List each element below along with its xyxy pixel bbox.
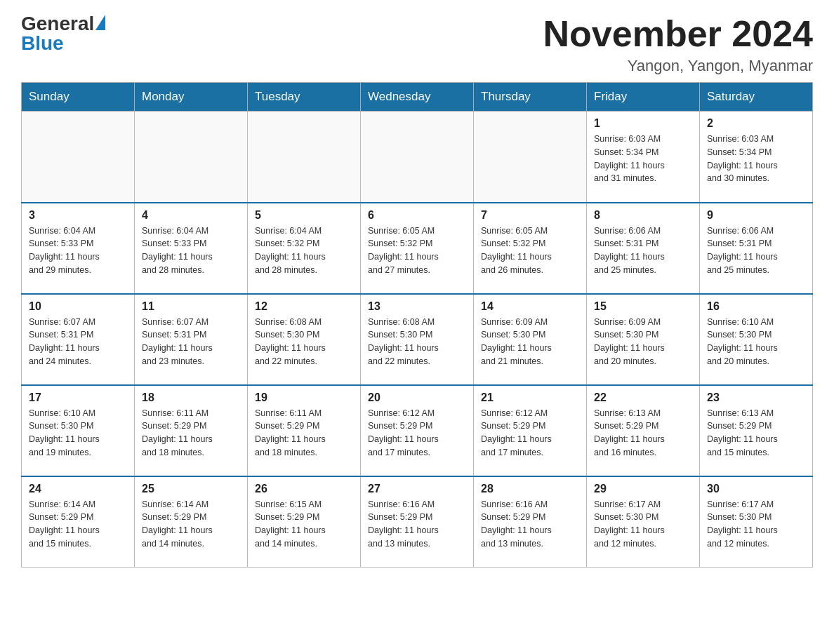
- day-number: 23: [707, 391, 805, 404]
- page-header: General Blue November 2024 Yangon, Yango…: [21, 14, 813, 75]
- calendar-cell: 9Sunrise: 6:06 AMSunset: 5:31 PMDaylight…: [700, 203, 813, 294]
- day-number: 20: [368, 391, 466, 404]
- calendar-cell: 4Sunrise: 6:04 AMSunset: 5:33 PMDaylight…: [135, 203, 248, 294]
- calendar-week-3: 10Sunrise: 6:07 AMSunset: 5:31 PMDayligh…: [22, 294, 813, 385]
- logo-blue-text: Blue: [21, 34, 64, 53]
- calendar-week-2: 3Sunrise: 6:04 AMSunset: 5:33 PMDaylight…: [22, 203, 813, 294]
- day-number: 2: [707, 117, 805, 130]
- day-number: 26: [255, 483, 353, 495]
- day-info: Sunrise: 6:04 AMSunset: 5:33 PMDaylight:…: [142, 224, 240, 277]
- month-title: November 2024: [543, 14, 813, 54]
- logo: General Blue: [21, 14, 105, 53]
- day-number: 29: [594, 483, 692, 495]
- day-info: Sunrise: 6:10 AMSunset: 5:30 PMDaylight:…: [707, 316, 805, 368]
- day-number: 8: [594, 209, 692, 222]
- day-number: 27: [368, 483, 466, 495]
- day-info: Sunrise: 6:13 AMSunset: 5:29 PMDaylight:…: [707, 407, 805, 459]
- day-number: 5: [255, 209, 353, 222]
- day-info: Sunrise: 6:17 AMSunset: 5:30 PMDaylight:…: [707, 498, 805, 551]
- calendar-cell: 21Sunrise: 6:12 AMSunset: 5:29 PMDayligh…: [474, 385, 587, 476]
- day-number: 25: [142, 483, 240, 495]
- day-number: 16: [707, 300, 805, 313]
- day-number: 17: [29, 391, 127, 404]
- day-number: 30: [707, 483, 805, 495]
- day-info: Sunrise: 6:11 AMSunset: 5:29 PMDaylight:…: [255, 407, 353, 459]
- day-number: 19: [255, 391, 353, 404]
- day-info: Sunrise: 6:05 AMSunset: 5:32 PMDaylight:…: [368, 224, 466, 277]
- calendar-cell: 25Sunrise: 6:14 AMSunset: 5:29 PMDayligh…: [135, 476, 248, 568]
- day-number: 28: [481, 483, 579, 495]
- day-info: Sunrise: 6:06 AMSunset: 5:31 PMDaylight:…: [594, 224, 692, 277]
- calendar-cell: 3Sunrise: 6:04 AMSunset: 5:33 PMDaylight…: [22, 203, 135, 294]
- calendar-cell: 7Sunrise: 6:05 AMSunset: 5:32 PMDaylight…: [474, 203, 587, 294]
- day-info: Sunrise: 6:08 AMSunset: 5:30 PMDaylight:…: [255, 316, 353, 368]
- day-info: Sunrise: 6:16 AMSunset: 5:29 PMDaylight:…: [481, 498, 579, 551]
- header-saturday: Saturday: [700, 83, 813, 112]
- calendar-cell: [22, 112, 135, 203]
- calendar-week-1: 1Sunrise: 6:03 AMSunset: 5:34 PMDaylight…: [22, 112, 813, 203]
- calendar-cell: 5Sunrise: 6:04 AMSunset: 5:32 PMDaylight…: [248, 203, 361, 294]
- calendar-cell: 14Sunrise: 6:09 AMSunset: 5:30 PMDayligh…: [474, 294, 587, 385]
- day-info: Sunrise: 6:03 AMSunset: 5:34 PMDaylight:…: [594, 133, 692, 185]
- day-number: 21: [481, 391, 579, 404]
- day-number: 6: [368, 209, 466, 222]
- day-number: 3: [29, 209, 127, 222]
- calendar-cell: 15Sunrise: 6:09 AMSunset: 5:30 PMDayligh…: [587, 294, 700, 385]
- day-number: 24: [29, 483, 127, 495]
- calendar-cell: 22Sunrise: 6:13 AMSunset: 5:29 PMDayligh…: [587, 385, 700, 476]
- day-info: Sunrise: 6:04 AMSunset: 5:32 PMDaylight:…: [255, 224, 353, 277]
- header-wednesday: Wednesday: [361, 83, 474, 112]
- calendar-cell: 19Sunrise: 6:11 AMSunset: 5:29 PMDayligh…: [248, 385, 361, 476]
- calendar-table: Sunday Monday Tuesday Wednesday Thursday…: [21, 82, 813, 568]
- day-info: Sunrise: 6:17 AMSunset: 5:30 PMDaylight:…: [594, 498, 692, 551]
- header-sunday: Sunday: [22, 83, 135, 112]
- day-number: 9: [707, 209, 805, 222]
- calendar-cell: 26Sunrise: 6:15 AMSunset: 5:29 PMDayligh…: [248, 476, 361, 568]
- day-info: Sunrise: 6:07 AMSunset: 5:31 PMDaylight:…: [142, 316, 240, 368]
- header-thursday: Thursday: [474, 83, 587, 112]
- calendar-cell: 13Sunrise: 6:08 AMSunset: 5:30 PMDayligh…: [361, 294, 474, 385]
- day-info: Sunrise: 6:04 AMSunset: 5:33 PMDaylight:…: [29, 224, 127, 277]
- day-info: Sunrise: 6:03 AMSunset: 5:34 PMDaylight:…: [707, 133, 805, 185]
- calendar-cell: 11Sunrise: 6:07 AMSunset: 5:31 PMDayligh…: [135, 294, 248, 385]
- calendar-cell: 10Sunrise: 6:07 AMSunset: 5:31 PMDayligh…: [22, 294, 135, 385]
- day-info: Sunrise: 6:16 AMSunset: 5:29 PMDaylight:…: [368, 498, 466, 551]
- calendar-cell: 2Sunrise: 6:03 AMSunset: 5:34 PMDaylight…: [700, 112, 813, 203]
- calendar-cell: 29Sunrise: 6:17 AMSunset: 5:30 PMDayligh…: [587, 476, 700, 568]
- day-number: 1: [594, 117, 692, 130]
- day-info: Sunrise: 6:12 AMSunset: 5:29 PMDaylight:…: [368, 407, 466, 459]
- day-info: Sunrise: 6:09 AMSunset: 5:30 PMDaylight:…: [594, 316, 692, 368]
- day-info: Sunrise: 6:12 AMSunset: 5:29 PMDaylight:…: [481, 407, 579, 459]
- calendar-cell: 27Sunrise: 6:16 AMSunset: 5:29 PMDayligh…: [361, 476, 474, 568]
- location: Yangon, Yangon, Myanmar: [543, 57, 813, 75]
- calendar-cell: 1Sunrise: 6:03 AMSunset: 5:34 PMDaylight…: [587, 112, 700, 203]
- day-info: Sunrise: 6:10 AMSunset: 5:30 PMDaylight:…: [29, 407, 127, 459]
- calendar-cell: 28Sunrise: 6:16 AMSunset: 5:29 PMDayligh…: [474, 476, 587, 568]
- logo-triangle-icon: [95, 15, 105, 30]
- day-info: Sunrise: 6:14 AMSunset: 5:29 PMDaylight:…: [29, 498, 127, 551]
- day-info: Sunrise: 6:13 AMSunset: 5:29 PMDaylight:…: [594, 407, 692, 459]
- calendar-week-4: 17Sunrise: 6:10 AMSunset: 5:30 PMDayligh…: [22, 385, 813, 476]
- calendar-cell: [361, 112, 474, 203]
- day-info: Sunrise: 6:08 AMSunset: 5:30 PMDaylight:…: [368, 316, 466, 368]
- calendar-header-row: Sunday Monday Tuesday Wednesday Thursday…: [22, 83, 813, 112]
- day-number: 12: [255, 300, 353, 313]
- header-friday: Friday: [587, 83, 700, 112]
- calendar-cell: [474, 112, 587, 203]
- calendar-cell: 8Sunrise: 6:06 AMSunset: 5:31 PMDaylight…: [587, 203, 700, 294]
- day-number: 4: [142, 209, 240, 222]
- day-number: 11: [142, 300, 240, 313]
- day-info: Sunrise: 6:09 AMSunset: 5:30 PMDaylight:…: [481, 316, 579, 368]
- calendar-cell: 23Sunrise: 6:13 AMSunset: 5:29 PMDayligh…: [700, 385, 813, 476]
- calendar-cell: [248, 112, 361, 203]
- calendar-cell: 12Sunrise: 6:08 AMSunset: 5:30 PMDayligh…: [248, 294, 361, 385]
- day-info: Sunrise: 6:05 AMSunset: 5:32 PMDaylight:…: [481, 224, 579, 277]
- calendar-cell: 16Sunrise: 6:10 AMSunset: 5:30 PMDayligh…: [700, 294, 813, 385]
- day-number: 14: [481, 300, 579, 313]
- calendar-cell: 17Sunrise: 6:10 AMSunset: 5:30 PMDayligh…: [22, 385, 135, 476]
- calendar-week-5: 24Sunrise: 6:14 AMSunset: 5:29 PMDayligh…: [22, 476, 813, 568]
- day-number: 15: [594, 300, 692, 313]
- calendar-cell: 18Sunrise: 6:11 AMSunset: 5:29 PMDayligh…: [135, 385, 248, 476]
- day-info: Sunrise: 6:11 AMSunset: 5:29 PMDaylight:…: [142, 407, 240, 459]
- day-number: 22: [594, 391, 692, 404]
